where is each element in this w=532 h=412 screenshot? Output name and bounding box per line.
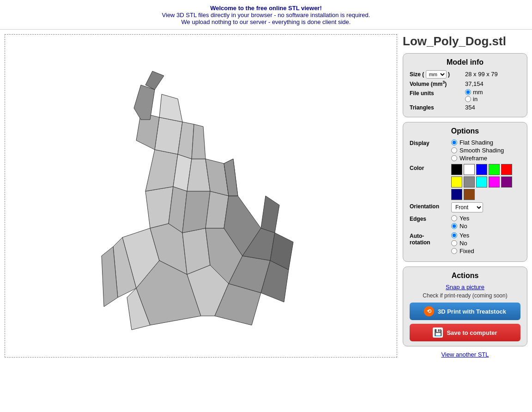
edges-no-option[interactable]: No bbox=[451, 223, 469, 230]
autorotation-no-radio[interactable] bbox=[451, 240, 457, 246]
model-viewer bbox=[67, 48, 335, 344]
triangles-value: 354 bbox=[465, 104, 475, 111]
options-title: Options bbox=[410, 127, 520, 135]
file-units-label: File units bbox=[410, 90, 465, 97]
svg-marker-24 bbox=[145, 71, 164, 90]
volume-row: Volume (mm3) 37,154 bbox=[410, 80, 520, 87]
treatstock-icon: ⟲ bbox=[424, 306, 434, 316]
autorotation-label: Auto-rotation bbox=[410, 232, 451, 246]
view-another-link[interactable]: View another STL bbox=[441, 351, 489, 358]
file-title: Low_Poly_Dog.stl bbox=[403, 34, 527, 48]
autorotation-yes-radio[interactable] bbox=[451, 232, 457, 238]
display-label: Display bbox=[410, 139, 451, 146]
file-units-row: File units mm in bbox=[410, 89, 520, 103]
size-unit-select[interactable]: mm in bbox=[426, 70, 447, 79]
autorotation-fixed-radio[interactable] bbox=[451, 248, 457, 254]
smooth-shading-label: Smooth Shading bbox=[459, 147, 504, 154]
color-gray[interactable] bbox=[464, 176, 475, 188]
main-layout: Low_Poly_Dog.stl Model info Size ( mm in… bbox=[0, 30, 532, 363]
size-row: Size ( mm in ) 28 x 99 x 79 bbox=[410, 70, 520, 79]
display-row: Display Flat Shading Smooth Shading Wire… bbox=[410, 139, 520, 162]
edges-label: Edges bbox=[410, 215, 451, 222]
wireframe-radio[interactable] bbox=[451, 155, 457, 161]
autorotation-fixed-label: Fixed bbox=[459, 248, 474, 254]
edges-no-radio[interactable] bbox=[451, 223, 457, 229]
right-panel: Low_Poly_Dog.stl Model info Size ( mm in… bbox=[403, 34, 527, 358]
model-info-box: Model info Size ( mm in ) 28 x 99 x 79 V… bbox=[403, 53, 527, 117]
autorotation-fixed-option[interactable]: Fixed bbox=[451, 248, 474, 254]
orientation-row: Orientation Front Back Left Right Top Bo… bbox=[410, 202, 520, 212]
wireframe-label: Wireframe bbox=[459, 155, 487, 162]
in-label: in bbox=[473, 96, 478, 103]
color-magenta[interactable] bbox=[489, 176, 500, 188]
color-navy[interactable] bbox=[451, 189, 462, 200]
color-grid bbox=[451, 164, 512, 200]
color-brown[interactable] bbox=[464, 189, 475, 200]
autorotation-yes-label: Yes bbox=[459, 232, 469, 239]
mm-label: mm bbox=[473, 89, 483, 96]
model-info-title: Model info bbox=[410, 58, 520, 67]
svg-marker-18 bbox=[155, 117, 182, 154]
mm-radio-label[interactable]: mm bbox=[465, 89, 483, 96]
smooth-shading-option[interactable]: Smooth Shading bbox=[451, 147, 504, 154]
volume-value: 37,154 bbox=[465, 80, 484, 87]
triangles-row: Triangles 354 bbox=[410, 104, 520, 111]
svg-marker-22 bbox=[159, 94, 182, 122]
color-white[interactable] bbox=[464, 164, 475, 175]
options-box: Options Display Flat Shading Smooth Shad… bbox=[403, 122, 527, 262]
triangles-label: Triangles bbox=[410, 104, 465, 111]
header-line1: Welcome to the free online STL viewer! bbox=[0, 0, 532, 12]
mm-radio[interactable] bbox=[465, 89, 471, 95]
in-radio-label[interactable]: in bbox=[465, 96, 483, 103]
display-options: Flat Shading Smooth Shading Wireframe bbox=[451, 139, 504, 162]
view-another-section: View another STL bbox=[403, 351, 527, 358]
svg-marker-20 bbox=[192, 124, 206, 159]
size-label: Size ( mm in ) bbox=[410, 70, 465, 79]
smooth-shading-radio[interactable] bbox=[451, 147, 457, 153]
header-line3: We upload nothing to our server - everyt… bbox=[0, 18, 532, 30]
edges-yes-option[interactable]: Yes bbox=[451, 215, 469, 222]
svg-marker-23 bbox=[134, 85, 155, 120]
color-label: Color bbox=[410, 164, 451, 171]
treatstock-label: 3D Print with Treatstock bbox=[438, 308, 506, 315]
color-yellow[interactable] bbox=[451, 176, 462, 188]
autorotation-row: Auto-rotation Yes No Fixed bbox=[410, 232, 520, 254]
save-label: Save to computer bbox=[447, 329, 497, 336]
edges-row: Edges Yes No bbox=[410, 215, 520, 230]
viewer-panel bbox=[5, 34, 397, 357]
color-red[interactable] bbox=[501, 164, 512, 175]
print-ready-text: Check if print-ready (coming soon) bbox=[410, 292, 520, 299]
volume-label: Volume (mm3) bbox=[410, 80, 465, 87]
autorotation-yes-option[interactable]: Yes bbox=[451, 232, 474, 239]
orientation-select[interactable]: Front Back Left Right Top Bottom bbox=[451, 202, 483, 212]
flat-shading-label: Flat Shading bbox=[459, 139, 493, 146]
autorotation-no-option[interactable]: No bbox=[451, 240, 474, 247]
edges-yes-label: Yes bbox=[459, 215, 469, 222]
save-icon: 💾 bbox=[433, 327, 443, 338]
autorotation-no-label: No bbox=[459, 240, 467, 247]
in-radio[interactable] bbox=[465, 96, 471, 102]
flat-shading-radio[interactable] bbox=[451, 139, 457, 145]
save-button[interactable]: 💾 Save to computer bbox=[410, 324, 520, 341]
header: Welcome to the free online STL viewer! V… bbox=[0, 0, 532, 30]
file-units-value: mm in bbox=[465, 89, 483, 103]
edges-yes-radio[interactable] bbox=[451, 215, 457, 221]
treatstock-button[interactable]: ⟲ 3D Print with Treatstock bbox=[410, 303, 520, 320]
svg-marker-32 bbox=[261, 196, 279, 233]
header-line2: View 3D STL files directly in your brows… bbox=[0, 12, 532, 18]
svg-marker-14 bbox=[145, 150, 178, 191]
edges-no-label: No bbox=[459, 223, 467, 230]
actions-box: Actions Snap a picture Check if print-re… bbox=[403, 267, 527, 346]
snap-picture-link[interactable]: Snap a picture bbox=[410, 284, 520, 291]
color-green[interactable] bbox=[489, 164, 500, 175]
color-black[interactable] bbox=[451, 164, 462, 175]
color-row: Color bbox=[410, 164, 520, 200]
color-cyan[interactable] bbox=[476, 176, 487, 188]
wireframe-option[interactable]: Wireframe bbox=[451, 155, 504, 162]
size-value: 28 x 99 x 79 bbox=[465, 71, 498, 78]
edges-options: Yes No bbox=[451, 215, 469, 230]
flat-shading-option[interactable]: Flat Shading bbox=[451, 139, 504, 146]
color-blue[interactable] bbox=[476, 164, 487, 175]
orientation-label: Orientation bbox=[410, 202, 451, 210]
color-purple[interactable] bbox=[501, 176, 512, 188]
